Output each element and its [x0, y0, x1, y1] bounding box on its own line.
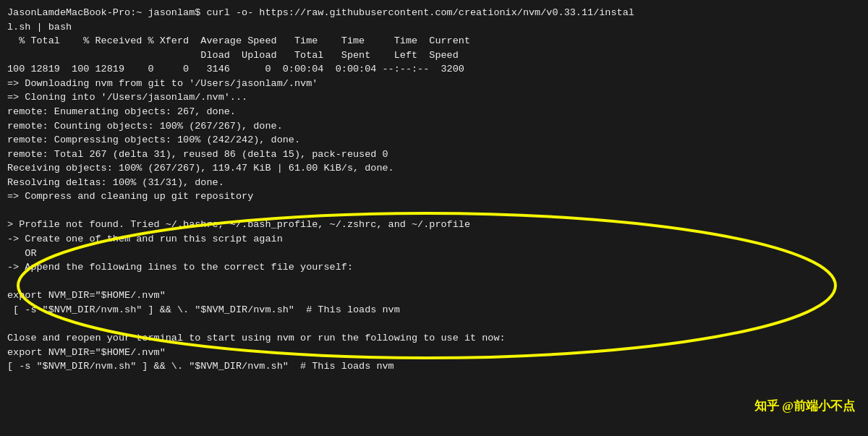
terminal-line-blank3 — [7, 317, 861, 331]
terminal-highlighted-2: -> Create one of them and run this scrip… — [7, 232, 861, 247]
terminal-line-8: remote: Enumerating objects: 267, done. — [7, 105, 861, 119]
terminal-line-5: 100 12819 100 12819 0 0 3146 0 0:00:04 0… — [7, 62, 861, 77]
terminal-line-14: => Compress and cleaning up git reposito… — [7, 189, 861, 204]
terminal-line-11: remote: Total 267 (delta 31), reused 86 … — [7, 148, 861, 162]
terminal-line-12: Receiving objects: 100% (267/267), 119.4… — [7, 161, 861, 176]
terminal-line-blank2 — [7, 275, 861, 289]
terminal-line-6: => Downloading nvm from git to '/Users/j… — [7, 77, 861, 91]
terminal-line-1: JasonLamdeMacBook-Pro:~ jasonlam$ curl -… — [7, 6, 861, 20]
terminal-line-13: Resolving deltas: 100% (31/31), done. — [7, 176, 861, 190]
terminal-line-blank1 — [7, 204, 861, 218]
terminal-line-2: l.sh | bash — [7, 20, 861, 35]
terminal-highlighted-3: OR — [7, 247, 861, 261]
terminal-source-2: [ -s "$NVM_DIR/nvm.sh" ] && \. "$NVM_DIR… — [7, 359, 861, 374]
terminal-export-2: export NVM_DIR="$HOME/.nvm" — [7, 346, 861, 360]
terminal-reopen: Close and reopen your terminal to start … — [7, 331, 861, 346]
terminal-line-7: => Cloning into '/Users/jasonlam/.nvm'..… — [7, 90, 861, 105]
terminal-line-4: Dload Upload Total Spent Left Speed — [7, 48, 861, 63]
terminal-source-1: [ -s "$NVM_DIR/nvm.sh" ] && \. "$NVM_DIR… — [7, 303, 861, 317]
terminal-line-9: remote: Counting objects: 100% (267/267)… — [7, 119, 861, 134]
terminal-highlighted-4: -> Append the following lines to the cor… — [7, 260, 861, 275]
terminal-highlighted-1: > Profile not found. Tried ~/.bashrc, ~/… — [7, 218, 861, 232]
terminal: JasonLamdeMacBook-Pro:~ jasonlam$ curl -… — [0, 0, 868, 436]
watermark: 知乎 @前端小不点 — [754, 398, 855, 416]
terminal-export-1: export NVM_DIR="$HOME/.nvm" — [7, 288, 861, 303]
terminal-line-10: remote: Compressing objects: 100% (242/2… — [7, 133, 861, 148]
terminal-line-3: % Total % Received % Xferd Average Speed… — [7, 34, 861, 48]
